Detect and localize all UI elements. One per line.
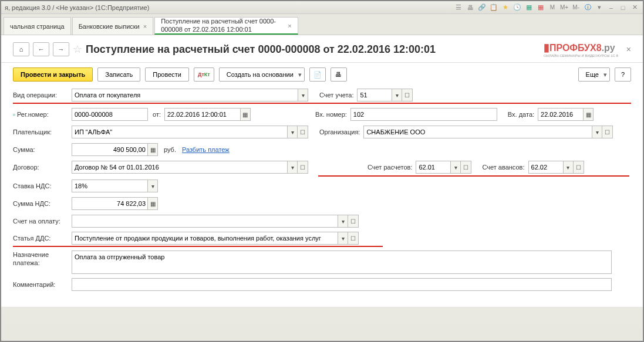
ot-label: от:	[153, 111, 161, 118]
tb-icon2[interactable]: 🖶	[466, 3, 475, 12]
vid-operacii-label: Вид операции:	[13, 92, 72, 99]
schet-raschetov-input[interactable]	[416, 161, 451, 174]
calc-icon[interactable]: ▦	[147, 143, 158, 156]
m-plus-btn[interactable]: M+	[559, 3, 569, 12]
vh-nomer-input[interactable]	[350, 108, 497, 121]
forward-button[interactable]: →	[53, 42, 69, 56]
reg-nomer-label: ▫ Рег.номер:	[13, 111, 72, 118]
open-icon[interactable]: ☐	[348, 232, 359, 245]
toolbar: Провести и закрыть Записать Провести ДтК…	[1, 63, 643, 86]
open-icon[interactable]: ☐	[298, 126, 308, 138]
dropdown-icon[interactable]: ▾	[287, 161, 298, 174]
naznachenie-label: Назначение платежа:	[13, 250, 72, 267]
organizaciya-label: Организация:	[319, 128, 360, 136]
summa-nds-input[interactable]	[72, 197, 148, 210]
platelshchik-label: Плательщик:	[13, 128, 72, 136]
dropdown-icon[interactable]: ▾	[563, 161, 574, 174]
dropdown-icon[interactable]: ▾	[338, 232, 348, 245]
m-btn[interactable]: M	[548, 3, 557, 12]
close-window-icon[interactable]: ✕	[630, 3, 639, 12]
open-icon[interactable]: ☐	[402, 89, 413, 101]
dropdown-icon[interactable]: ▾	[338, 215, 348, 228]
summa-input[interactable]	[72, 143, 148, 156]
close-icon[interactable]: ×	[143, 23, 147, 30]
stavka-nds-label: Ставка НДС:	[13, 182, 72, 189]
platelshchik-input[interactable]	[72, 126, 288, 138]
schet-avansov-input[interactable]	[528, 161, 564, 174]
stavka-nds-input[interactable]	[72, 180, 148, 192]
tab-label: Поступление на расчетный счет 0000-00000…	[161, 18, 284, 33]
calc-icon[interactable]: ▦	[524, 3, 534, 12]
dropdown-icon[interactable]: ▾	[147, 180, 158, 192]
dogovor-input[interactable]	[72, 161, 288, 174]
header-row: ⌂ ← → ☆ Поступление на расчетный счет 00…	[1, 35, 643, 63]
vh-data-input[interactable]	[538, 108, 584, 121]
tab-receipt[interactable]: Поступление на расчетный счет 0000-00000…	[154, 17, 298, 35]
print-button[interactable]: 🖶	[331, 67, 347, 82]
rub-label: руб.	[164, 146, 176, 153]
dropdown-icon[interactable]: ▾	[287, 126, 298, 138]
naznachenie-textarea[interactable]	[72, 250, 612, 274]
cal-icon[interactable]: ▦	[536, 3, 545, 12]
dropdown-icon[interactable]: ▾	[392, 89, 402, 101]
schet-na-oplatu-label: Счет на оплату:	[13, 218, 72, 225]
schet-na-oplatu-input[interactable]	[72, 215, 338, 228]
calendar-icon[interactable]: ▦	[583, 108, 594, 121]
tab-start[interactable]: чальная страница	[4, 17, 71, 35]
kommentariy-input[interactable]	[72, 278, 612, 291]
schet-ucheta-input[interactable]	[357, 89, 392, 101]
open-icon[interactable]: ☐	[602, 126, 613, 138]
zapisat-button[interactable]: Записать	[97, 67, 140, 82]
open-icon[interactable]: ☐	[574, 161, 584, 174]
eshche-button[interactable]: Еще	[578, 67, 610, 82]
form: Вид операции: ▾ Счет учета: ▾ ☐ ▫ Рег.но…	[1, 86, 643, 307]
dropdown-icon[interactable]: ▾	[450, 161, 461, 174]
tb-icon1[interactable]: ☰	[454, 3, 463, 12]
calendar-icon[interactable]: ▦	[240, 108, 251, 121]
maximize-icon[interactable]: □	[618, 3, 628, 12]
dt-kt-button[interactable]: ДтКт	[194, 67, 214, 82]
provesti-button[interactable]: Провести	[145, 67, 189, 82]
ot-input[interactable]	[164, 108, 241, 121]
back-button[interactable]: ←	[33, 42, 49, 56]
tab-bank[interactable]: Банковские выписки ×	[72, 17, 154, 35]
vh-nomer-label: Вх. номер:	[315, 111, 347, 118]
window-title: я, редакция 3.0 / <Не указан> (1С:Предпр…	[5, 4, 149, 11]
organizaciya-input[interactable]	[363, 126, 592, 138]
provesti-zakryt-button[interactable]: Провести и закрыть	[13, 67, 93, 82]
page-title: Поступление на расчетный счет 0000-00000…	[86, 43, 540, 56]
dropdown-icon[interactable]: ▾	[592, 126, 602, 138]
favorite-star-icon[interactable]: ☆	[73, 43, 82, 56]
tab-label: Банковские выписки	[79, 23, 140, 30]
info-icon[interactable]: ⓘ	[583, 3, 592, 12]
statya-dds-input[interactable]	[72, 232, 338, 245]
attach-button[interactable]: 📄	[309, 67, 326, 82]
vh-data-label: Вх. дата:	[508, 111, 534, 118]
minimize-icon[interactable]: –	[606, 3, 616, 12]
tab-label: чальная страница	[10, 23, 65, 30]
razbit-link[interactable]: Разбить платеж	[182, 146, 230, 153]
tb-icon4[interactable]: 📋	[489, 3, 498, 12]
kommentariy-label: Комментарий:	[13, 281, 72, 288]
dropdown-icon[interactable]: ▾	[298, 89, 308, 101]
summa-label: Сумма:	[13, 146, 72, 153]
calc-icon[interactable]: ▦	[147, 197, 158, 210]
reg-nomer-input[interactable]	[72, 108, 148, 121]
open-icon[interactable]: ☐	[461, 161, 471, 174]
close-icon[interactable]: ×	[288, 22, 291, 29]
open-icon[interactable]: ☐	[298, 161, 308, 174]
m-minus-btn[interactable]: M-	[571, 3, 581, 12]
close-page-icon[interactable]: ×	[626, 45, 631, 54]
info-dd-icon[interactable]: ▾	[595, 3, 604, 12]
logo: ▮ПРОФБУХ8.ру ОНЛАЙН-СЕМИНАРЫ И ВИДЕОКУРС…	[544, 41, 618, 57]
home-button[interactable]: ⌂	[13, 42, 29, 56]
help-button[interactable]: ?	[615, 67, 631, 82]
clock-icon[interactable]: 🕓	[512, 3, 522, 12]
open-icon[interactable]: ☐	[348, 215, 359, 228]
tab-bar: чальная страница Банковские выписки × По…	[1, 14, 643, 35]
schet-avansov-label: Счет авансов:	[482, 164, 524, 171]
vid-operacii-input[interactable]	[72, 89, 298, 101]
star-icon[interactable]: ★	[501, 3, 510, 12]
sozdat-button[interactable]: Создать на основании	[219, 67, 305, 82]
tb-icon3[interactable]: 🔗	[477, 3, 487, 12]
